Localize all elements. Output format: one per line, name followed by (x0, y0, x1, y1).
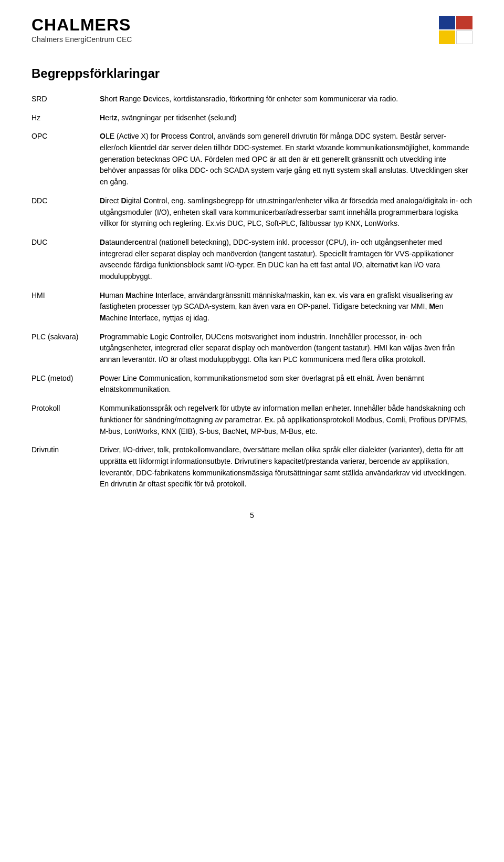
page-heading: Begreppsförklaringar (32, 66, 472, 81)
term-value-5: Human Machine Interface, användargränssn… (100, 290, 472, 324)
term-value-2: OLE (Active X) for Process Control, anvä… (100, 131, 472, 188)
term-row: OPCOLE (Active X) for Process Control, a… (32, 131, 472, 188)
term-row: DUCDataundercentral (nationell betecknin… (32, 237, 472, 283)
sabo-cell-red-tr (456, 16, 472, 29)
term-key-0: SRD (32, 94, 100, 105)
sabo-cell-yellow-bl (439, 30, 455, 44)
header: CHALMERS Chalmers EnergiCentrum CEC (32, 16, 472, 47)
term-row: DrivrutinDriver, I/O-driver, tolk, proto… (32, 444, 472, 490)
term-key-9: Drivrutin (32, 444, 100, 455)
term-key-3: DDC (32, 195, 100, 206)
term-key-7: PLC (metod) (32, 373, 100, 384)
term-row: PLC (metod)Power Line Communication, kom… (32, 373, 472, 396)
sabo-box (439, 16, 472, 44)
term-value-6: Programmable Logic Controller, DUCens mo… (100, 331, 472, 366)
header-left: CHALMERS Chalmers EnergiCentrum CEC (32, 16, 132, 44)
term-row: PLC (sakvara)Programmable Logic Controll… (32, 331, 472, 366)
term-value-8: Kommunikationsspråk och regelverk för ut… (100, 403, 472, 437)
term-key-6: PLC (sakvara) (32, 331, 100, 342)
chalmers-subtitle: Chalmers EnergiCentrum CEC (32, 35, 132, 44)
term-value-1: Hertz, svängningar per tidsenhet (sekund… (100, 112, 472, 124)
term-key-4: DUC (32, 237, 100, 248)
footer: 5 (32, 511, 472, 520)
sabo-logo (430, 16, 472, 47)
term-value-7: Power Line Communication, kommunikations… (100, 373, 472, 396)
page: CHALMERS Chalmers EnergiCentrum CEC Begr… (0, 0, 504, 862)
term-value-3: Direct Digital Control, eng. samlingsbeg… (100, 195, 472, 230)
term-value-4: Dataundercentral (nationell beteckning),… (100, 237, 472, 283)
term-row: SRDShort Range Devices, kortdistansradio… (32, 94, 472, 105)
term-key-2: OPC (32, 131, 100, 142)
term-row: HMIHuman Machine Interface, användargrän… (32, 290, 472, 324)
chalmers-title: CHALMERS (32, 16, 132, 34)
term-value-9: Driver, I/O-driver, tolk, protokollomvan… (100, 444, 472, 490)
terms-container: SRDShort Range Devices, kortdistansradio… (32, 94, 472, 490)
sabo-cell-blue-tl (439, 16, 455, 29)
term-row: ProtokollKommunikationsspråk och regelve… (32, 403, 472, 437)
term-key-5: HMI (32, 290, 100, 301)
term-row: HzHertz, svängningar per tidsenhet (seku… (32, 112, 472, 124)
page-number: 5 (250, 511, 254, 520)
term-value-0: Short Range Devices, kortdistansradio, f… (100, 94, 472, 105)
term-key-1: Hz (32, 112, 100, 123)
term-key-8: Protokoll (32, 403, 100, 414)
sabo-cell-white-br (456, 30, 472, 44)
term-row: DDCDirect Digital Control, eng. samlings… (32, 195, 472, 230)
